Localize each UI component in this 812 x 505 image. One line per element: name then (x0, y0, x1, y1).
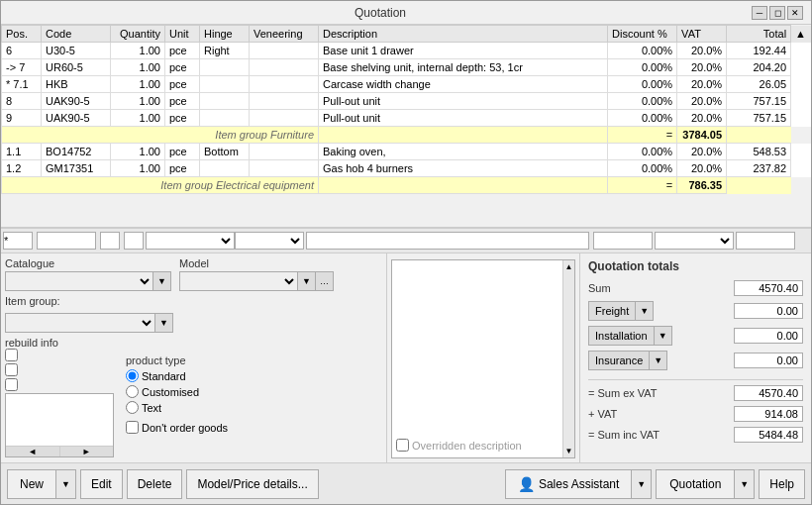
freight-value: 0.00 (734, 303, 803, 319)
new-button-group: New ▼ (7, 469, 76, 499)
col-qty: Quantity (111, 26, 165, 43)
model-dropdown-btn[interactable]: ▼ (298, 271, 316, 291)
insurance-btn-arrow[interactable]: ▼ (650, 351, 667, 370)
table-row[interactable]: 1.2 GM17351 1.00 pce Gas hob 4 burners 0… (2, 160, 811, 177)
sum-inc-vat-value: 5484.48 (734, 427, 803, 443)
help-button[interactable]: Help (759, 469, 805, 499)
divider-input-desc[interactable] (306, 232, 589, 250)
col-pos: Pos. (2, 26, 42, 43)
sum-label: Sum (588, 282, 611, 294)
model-extra-btn[interactable]: … (316, 271, 334, 291)
insurance-btn: Insurance ▼ (588, 351, 667, 370)
divider-select-2[interactable] (235, 232, 304, 250)
restore-button[interactable]: ◻ (769, 6, 785, 20)
main-window: Quotation ─ ◻ ✕ Pos. Code Quantity Unit … (0, 0, 812, 505)
radio-text-input[interactable] (126, 401, 139, 414)
col-veneer: Veneering (250, 26, 319, 43)
sales-assistant-dropdown-btn[interactable]: ▼ (632, 469, 652, 499)
close-button[interactable]: ✕ (787, 6, 803, 20)
rebuild-left: rebuild info ◄ ► (5, 337, 114, 458)
product-type-section: product type Standard Customised Text (126, 354, 228, 458)
item-group-dropdown-btn[interactable]: ▼ (155, 313, 173, 333)
quotation-button[interactable]: Quotation (656, 469, 735, 499)
rebuild-next-btn[interactable]: ► (60, 447, 114, 456)
item-group-label: Item group: (5, 295, 60, 307)
table-row[interactable]: 8 UAK90-5 1.00 pce Pull-out unit 0.00% 2… (2, 93, 811, 110)
radio-customised-label: Customised (142, 386, 199, 398)
quotation-totals-title: Quotation totals (588, 259, 803, 273)
installation-value: 0.00 (734, 328, 803, 344)
table-row[interactable]: 1.1 BO14752 1.00 pce Bottom Baking oven,… (2, 144, 811, 160)
installation-row: Installation ▼ 0.00 (588, 326, 803, 346)
catalogue-group: Catalogue ▼ (5, 257, 171, 291)
sales-assistant-group: 👤 Sales Assistant ▼ (505, 469, 652, 499)
model-select[interactable] (179, 271, 298, 291)
rebuild-label: rebuild info (5, 337, 114, 349)
ta-scroll-up[interactable]: ▲ (563, 262, 574, 271)
vat-label: + VAT (588, 408, 617, 420)
table-row[interactable]: * 7.1 HKB 1.00 pce Carcase width change … (2, 76, 811, 93)
vat-value: 914.08 (734, 406, 803, 422)
new-dropdown-btn[interactable]: ▼ (56, 469, 76, 499)
radio-customised-input[interactable] (126, 385, 139, 398)
item-group-row: Item group: (5, 295, 382, 309)
title-bar: Quotation ─ ◻ ✕ (1, 1, 811, 25)
item-group-combo: ▼ (5, 313, 173, 333)
radio-standard-input[interactable] (126, 369, 139, 382)
rebuild-prev-btn[interactable]: ◄ (6, 447, 60, 456)
installation-btn-main[interactable]: Installation (588, 326, 655, 346)
divider-input-total[interactable] (736, 232, 795, 250)
insurance-btn-main[interactable]: Insurance (588, 351, 650, 370)
item-group-select[interactable] (5, 313, 155, 333)
divider-select-vat[interactable] (655, 232, 734, 250)
cb-1[interactable] (5, 349, 18, 361)
divider-select-1[interactable] (146, 232, 235, 250)
col-disc: Discount % (608, 26, 677, 43)
overridden-cb[interactable] (396, 439, 409, 452)
freight-btn-main[interactable]: Freight (588, 301, 636, 321)
catalogue-dropdown-btn[interactable]: ▼ (153, 271, 171, 291)
left-panel: Catalogue ▼ Model ▼ … Item g (1, 253, 387, 462)
model-combo: ▼ … (179, 271, 334, 291)
freight-btn-arrow[interactable]: ▼ (636, 301, 654, 321)
quotation-dropdown-btn[interactable]: ▼ (735, 469, 755, 499)
table-row[interactable]: Item group Electrical equipment = 786.35 (2, 177, 811, 194)
quotation-group: Quotation ▼ (656, 469, 755, 499)
scroll-col: ▲ (791, 26, 811, 43)
minimize-button[interactable]: ─ (752, 6, 767, 20)
cb-3[interactable] (5, 378, 18, 391)
middle-panel: ▲ ▼ Overridden description (387, 253, 580, 462)
new-button[interactable]: New (7, 469, 56, 499)
insurance-row: Insurance ▼ 0.00 (588, 351, 803, 370)
description-textarea[interactable]: ▲ ▼ Overridden description (391, 259, 575, 458)
sales-assistant-button[interactable]: 👤 Sales Assistant (505, 469, 632, 499)
col-code: Code (42, 26, 111, 43)
divider-input-1[interactable] (3, 232, 33, 250)
rebuild-list[interactable]: ◄ ► (5, 393, 114, 457)
radio-standard-label: Standard (142, 370, 186, 382)
sales-assistant-label: Sales Assistant (539, 477, 619, 491)
divider-input-disc[interactable] (593, 232, 653, 250)
table-row[interactable]: Item group Furniture = 3784.05 (2, 127, 811, 144)
divider-input-2[interactable] (37, 232, 96, 250)
window-title: Quotation (9, 6, 752, 20)
table-row[interactable]: 9 UAK90-5 1.00 pce Pull-out unit 0.00% 2… (2, 110, 811, 127)
divider-input-3[interactable] (100, 232, 120, 250)
right-panel: Quotation totals Sum 4570.40 Freight ▼ 0… (580, 253, 811, 462)
model-label: Model (179, 257, 334, 269)
sum-ex-vat-row: = Sum ex VAT 4570.40 (588, 385, 803, 401)
catalogue-select[interactable] (5, 271, 153, 291)
person-icon: 👤 (518, 476, 535, 492)
model-price-button[interactable]: Model/Price details... (186, 469, 318, 499)
divider-input-4[interactable] (124, 232, 144, 250)
edit-button[interactable]: Edit (80, 469, 123, 499)
delete-button[interactable]: Delete (127, 469, 183, 499)
radio-text-label: Text (142, 402, 161, 414)
installation-btn-arrow[interactable]: ▼ (655, 326, 672, 346)
table-row[interactable]: -> 7 UR60-5 1.00 pce Base shelving unit,… (2, 59, 811, 76)
window-controls: ─ ◻ ✕ (752, 6, 803, 20)
cb-2[interactable] (5, 363, 18, 376)
table-row[interactable]: 6 U30-5 1.00 pce Right Base unit 1 drawe… (2, 43, 811, 59)
ta-scroll-down[interactable]: ▼ (563, 447, 574, 455)
dont-order-cb[interactable] (126, 421, 139, 434)
